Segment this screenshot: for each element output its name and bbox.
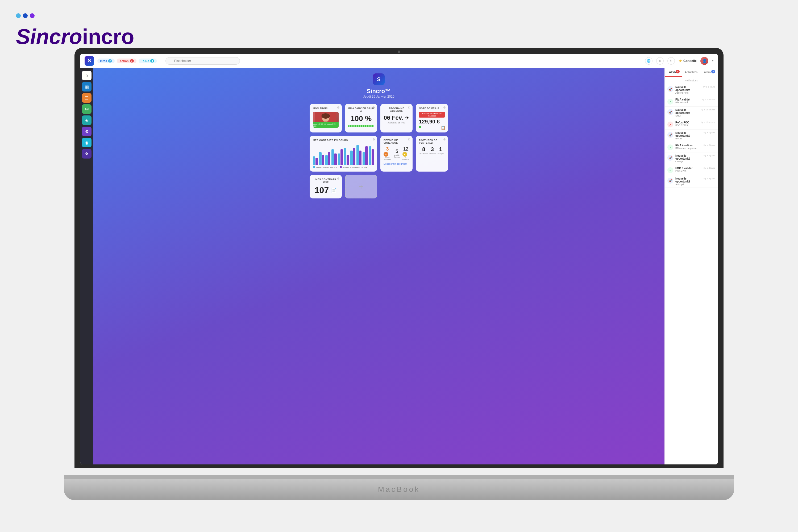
sidebar-target[interactable]: ◉	[82, 138, 92, 147]
widget-grid: MON PROFIL ⚙	[310, 104, 448, 198]
notif-content-0: Nouvelle opportunité Accord Hôtel	[676, 86, 701, 94]
notif-item-6[interactable]: 🚀 Nouvelle opportunité Orange il y a 2 j…	[665, 152, 718, 165]
rma-bar	[348, 125, 374, 127]
facture-label-1: Nouvelles	[419, 152, 428, 154]
contrats-2020-gear-icon[interactable]: ⚙	[337, 177, 340, 180]
widget-contrats-2020: MES CONTRATS 2020 ⚙ 107 📄	[310, 175, 342, 198]
brand-logo: Sincro incro	[16, 11, 134, 48]
globe-icon-btn[interactable]: 🌐	[645, 57, 652, 65]
notif-time-8: il y a 3 jours	[704, 177, 715, 179]
notif-sub-8: Anticipé	[676, 183, 701, 186]
svg-point-3	[322, 113, 330, 119]
absence-title: PROCHAINE ABSENCE	[384, 107, 410, 112]
notif-item-4[interactable]: 🚀 Nouvelle opportunité BPCE il y a 1 jou…	[665, 130, 718, 142]
widget-note-frais: NOTE DE FRAIS ⚙ En attente validation ma…	[416, 104, 448, 132]
notif-content-6: Nouvelle opportunité Orange	[676, 154, 701, 163]
tab-actualites[interactable]: Actualités	[682, 68, 700, 77]
rma-gear-icon[interactable]: ⚙	[373, 106, 375, 109]
badge-todo[interactable]: To Do 4	[138, 58, 157, 63]
macbook-base: MacBook	[64, 479, 734, 500]
panel-tabs: Alertes 9 Actualités Actions 2	[665, 68, 718, 77]
sidebar-home[interactable]: ⌂	[82, 71, 92, 80]
note-dot	[419, 126, 421, 128]
search-input[interactable]	[166, 57, 240, 65]
facture-label-2: Soldées	[429, 152, 436, 154]
main-layout: ⌂ ▦ ☰ ✉ ◈ ⚙ ◉ ❖ S	[80, 68, 718, 464]
note-amount: 129,90 €	[419, 119, 445, 125]
notif-icon-4: 🚀	[667, 132, 673, 138]
macbook-body: S Infos 7 Action 3 To Do 4	[75, 48, 723, 500]
notif-item-5[interactable]: ✓ RMA à valider RMA mois de janvier il y…	[665, 142, 718, 152]
notif-icon-1: ✓	[667, 99, 673, 104]
badge-infos[interactable]: Infos 7	[97, 58, 115, 63]
chart-group-8	[363, 146, 367, 165]
notif-sub-7: FOC 4785	[676, 170, 701, 172]
vig-count2: 5	[393, 149, 401, 154]
notif-item-0[interactable]: 🚀 Nouvelle opportunité Accord Hôtel il y…	[665, 84, 718, 96]
facture-col-3: 1 Groupes	[437, 146, 444, 154]
notif-content-7: FOC à valider FOC 4785	[676, 167, 701, 172]
notif-time-1: il y a 2 heures	[702, 98, 715, 100]
contrats-cours-gear-icon[interactable]: ⚙	[373, 138, 375, 141]
sidebar-diamond[interactable]: ❖	[82, 149, 92, 158]
vigilance-gear-icon[interactable]: ⚙	[408, 138, 411, 141]
profil-gear-icon[interactable]: ⚙	[337, 106, 340, 109]
search-wrap: 🔍	[166, 57, 240, 65]
sidebar-grid[interactable]: ▦	[82, 82, 92, 92]
notif-time-2: il y a 15 heures	[701, 109, 715, 111]
vig-count3: 12	[402, 146, 410, 152]
sidebar-module[interactable]: ◈	[82, 115, 92, 125]
profil-image: Mercredi 5 à 11Heure et 15 pam	[313, 112, 339, 128]
legend-purple-dot: Montant Prévisionnel: 63,90 €	[340, 166, 367, 168]
bar-blue-4	[338, 153, 340, 165]
notif-time-6: il y a 2 jours	[704, 154, 715, 157]
contrats-doc-icon: 📄	[331, 188, 337, 193]
notif-icon-7: ✓	[667, 167, 673, 173]
nav-avatar[interactable]: 👤	[700, 57, 708, 65]
vigilance-deposit-link[interactable]: Déposer un document	[384, 163, 410, 165]
factures-gear-icon[interactable]: ⚙	[443, 138, 446, 141]
notif-item-3[interactable]: ✗ Refus FOC FOC 32903 il y a 18 heures	[665, 119, 718, 130]
notif-title-1: RMA validé	[676, 98, 700, 101]
bar-blue-7	[357, 145, 359, 165]
widget-add[interactable]: +	[345, 175, 377, 198]
star-icon: ★	[679, 59, 682, 63]
widget-rma: RMA JANVIER SAISI A ⚙ 100 %	[345, 104, 377, 132]
conselix-label: Conselix	[683, 59, 697, 63]
tab-alertes[interactable]: Alertes 9	[665, 68, 682, 77]
bar-blue-0	[313, 156, 315, 165]
notif-time-7: il y a 3 jours	[704, 167, 715, 169]
absence-gear-icon[interactable]: ⚙	[408, 106, 411, 109]
notif-time-0: il y a 1 heure	[703, 86, 715, 88]
info-icon-btn[interactable]: ℹ	[667, 57, 675, 65]
note-gear-icon[interactable]: ⚙	[443, 106, 446, 109]
tab-actions[interactable]: Actions 2	[700, 68, 718, 77]
dot-2	[23, 13, 28, 18]
left-sidebar: ⌂ ▦ ☰ ✉ ◈ ⚙ ◉ ❖	[80, 68, 93, 464]
notif-item-7[interactable]: ✓ FOC à valider FOC 4785 il y a 3 jours	[665, 165, 718, 175]
logo-incro: incro	[82, 26, 134, 48]
badge-infos-label: Infos	[100, 59, 107, 62]
facture-col-1: 8 Nouvelles	[419, 146, 428, 154]
notif-sub-0: Accord Hôtel	[676, 92, 701, 94]
notif-icon-0: 🚀	[667, 86, 673, 92]
dash-title: Sincro™	[363, 88, 394, 95]
logo-dots	[16, 13, 35, 18]
vig-badge-1: ▲	[384, 152, 388, 157]
notif-item-1[interactable]: ✓ RMA validé Pierre Martin il y a 2 heur…	[665, 96, 718, 107]
nav-conselix[interactable]: ★ Conselix	[679, 59, 697, 63]
badge-action[interactable]: Action 3	[117, 58, 136, 63]
notif-time-4: il y a 1 jours	[704, 131, 715, 134]
sidebar-mail[interactable]: ✉	[82, 104, 92, 114]
notif-item-8[interactable]: 🚀 Nouvelle opportunité Anticipé il y a 3…	[665, 175, 718, 188]
absence-sub: Jusqu'au 15 Fev.	[384, 121, 410, 124]
sidebar-list[interactable]: ☰	[82, 93, 92, 103]
notif-content-3: Refus FOC FOC 32903	[676, 121, 699, 127]
notifications-section-title: Notifications	[665, 77, 718, 83]
notif-item-2[interactable]: 🚀 Nouvelle opportunité SNCF il y a 15 he…	[665, 107, 718, 119]
circle-icon-btn[interactable]: ○	[656, 57, 664, 65]
badge-action-label: Action	[119, 59, 129, 62]
bar-purple-2	[328, 152, 330, 165]
notif-icon-2: 🚀	[667, 109, 673, 115]
sidebar-settings[interactable]: ⚙	[82, 127, 92, 136]
